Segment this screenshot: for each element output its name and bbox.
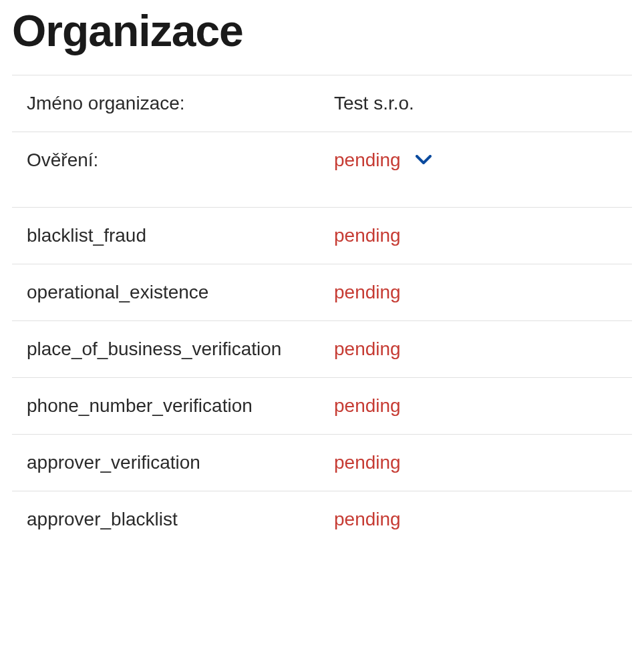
check-row: operational_existence pending <box>12 264 632 320</box>
check-row: phone_number_verification pending <box>12 377 632 434</box>
org-name-value: Test s.r.o. <box>334 93 632 114</box>
org-name-row: Jméno organizace: Test s.r.o. <box>12 75 632 132</box>
check-status: pending <box>334 282 401 303</box>
check-label: approver_blacklist <box>27 509 334 530</box>
check-row: place_of_business_verification pending <box>12 320 632 377</box>
check-label: approver_verification <box>27 452 334 473</box>
check-row: blacklist_fraud pending <box>12 207 632 264</box>
check-status: pending <box>334 225 401 246</box>
check-row: approver_blacklist pending <box>12 491 632 547</box>
check-status: pending <box>334 395 401 417</box>
verification-label: Ověření: <box>27 150 334 171</box>
page-title: Organizace <box>12 0 632 75</box>
check-status: pending <box>334 339 401 360</box>
verification-status: pending <box>334 150 401 171</box>
check-label: operational_existence <box>27 282 334 303</box>
check-status: pending <box>334 509 401 530</box>
org-name-label: Jméno organizace: <box>27 93 334 114</box>
verification-row: Ověření: pending <box>12 132 632 207</box>
check-row: approver_verification pending <box>12 434 632 491</box>
check-label: place_of_business_verification <box>27 339 334 360</box>
check-label: phone_number_verification <box>27 395 334 417</box>
check-status: pending <box>334 452 401 473</box>
chevron-down-icon[interactable] <box>416 152 432 168</box>
check-label: blacklist_fraud <box>27 225 334 246</box>
